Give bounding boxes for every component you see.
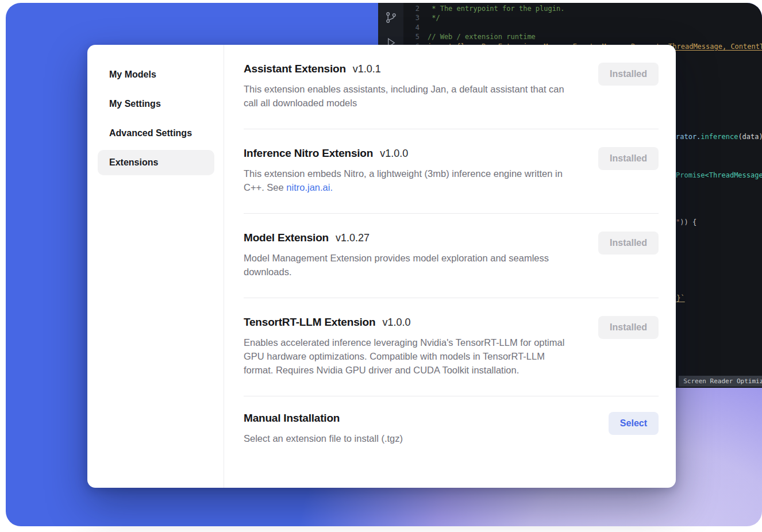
installed-button[interactable]: Installed <box>598 147 659 170</box>
extension-description: Enables accelerated inference leveraging… <box>244 336 576 377</box>
line-number: 4 <box>403 23 420 32</box>
code-line: 2 * The entrypoint for the plugin. <box>403 4 762 13</box>
extension-version: v1.0.0 <box>382 317 410 329</box>
installed-button[interactable]: Installed <box>598 63 659 86</box>
code-line: 5// Web / extension runtime <box>403 32 762 41</box>
line-number: 3 <box>403 13 420 22</box>
sidebar-item-label: My Settings <box>109 99 161 109</box>
code-text: */ <box>428 13 440 22</box>
extension-title: Assistant Extension <box>244 63 346 75</box>
code-fragment: rator.inference(data)); <box>676 133 762 141</box>
select-file-button[interactable]: Select <box>609 412 659 435</box>
extension-row-inference-nitro: Inference Nitro Extension v1.0.0 This ex… <box>244 129 659 214</box>
sidebar-item-my-models[interactable]: My Models <box>98 62 214 87</box>
sidebar-item-label: My Models <box>109 70 156 80</box>
extension-version: v1.0.27 <box>336 232 370 244</box>
source-control-icon[interactable] <box>384 11 398 26</box>
line-number: 5 <box>403 32 420 41</box>
extension-version: v1.0.1 <box>353 63 381 75</box>
nitro-jan-ai-link[interactable]: nitro.jan.ai. <box>286 182 333 192</box>
code-line: 4 <box>403 23 762 32</box>
settings-sidebar: My Models My Settings Advanced Settings … <box>87 45 224 488</box>
line-number: 2 <box>403 4 420 13</box>
editor-status-bar: go Screen Reader Optimized <box>665 376 762 387</box>
extension-description: This extension embeds Nitro, a lightweig… <box>244 167 576 194</box>
extension-row-tensorrt-llm: TensortRT-LLM Extension v1.0.0 Enables a… <box>244 298 659 396</box>
extension-row-assistant: Assistant Extension v1.0.1 This extensio… <box>244 45 659 129</box>
sidebar-item-label: Advanced Settings <box>109 128 192 138</box>
code-fragment: ")) { <box>676 218 696 226</box>
sidebar-item-advanced-settings[interactable]: Advanced Settings <box>98 121 214 146</box>
extension-version: v1.0.0 <box>380 148 408 160</box>
sidebar-item-my-settings[interactable]: My Settings <box>98 91 214 117</box>
installed-button[interactable]: Installed <box>598 232 659 255</box>
extension-title: Inference Nitro Extension <box>244 147 373 160</box>
code-text: * The entrypoint for the plugin. <box>428 4 564 13</box>
installed-button[interactable]: Installed <box>598 316 659 339</box>
sidebar-item-extensions[interactable]: Extensions <box>98 150 214 175</box>
sidebar-item-label: Extensions <box>109 157 158 168</box>
extension-row-model: Model Extension v1.0.27 Model Management… <box>244 214 659 298</box>
code-fragment: Promise<ThreadMessage> <box>676 171 762 179</box>
extensions-list: Assistant Extension v1.0.1 This extensio… <box>224 45 676 488</box>
code-line: 3 */ <box>403 13 762 22</box>
code-text: // Web / extension runtime <box>428 32 536 41</box>
extension-title: TensortRT-LLM Extension <box>244 316 375 329</box>
code-area: 2 * The entrypoint for the plugin. 3 */ … <box>403 4 762 51</box>
screen-reader-status-chip[interactable]: Screen Reader Optimized <box>679 376 762 387</box>
extension-description: Model Management Extension provides mode… <box>244 251 576 279</box>
settings-modal: My Models My Settings Advanced Settings … <box>87 45 676 488</box>
manual-installation-title: Manual Installation <box>244 412 340 425</box>
extension-title: Model Extension <box>244 232 329 244</box>
manual-installation-row: Manual Installation Select an extension … <box>244 396 659 464</box>
extension-description: This extension enables assistants, inclu… <box>244 82 576 110</box>
manual-installation-description: Select an extension file to install (.tg… <box>244 431 576 445</box>
